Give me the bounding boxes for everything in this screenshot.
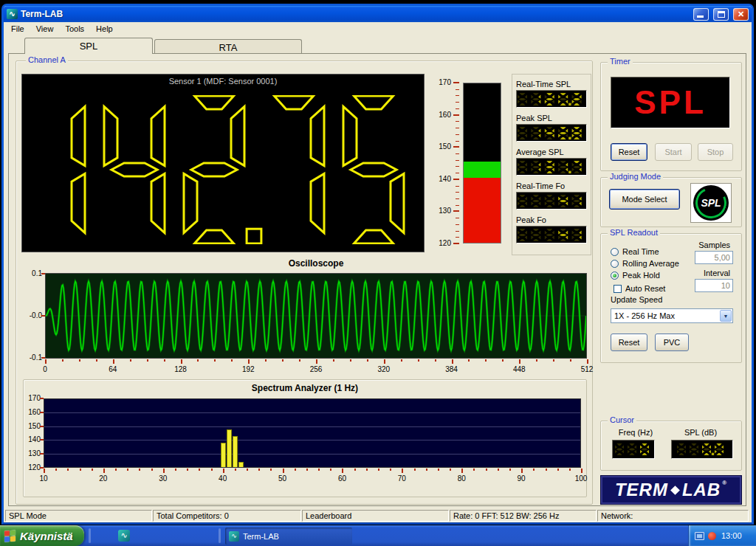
- meter-tick-minor: [456, 186, 459, 187]
- scope-x-tick: [231, 359, 233, 362]
- start-label: Käynnistä: [20, 530, 73, 542]
- spectrum-x-tick: [486, 469, 487, 471]
- spectrum-x-tick: [187, 469, 188, 471]
- spectrum-y-tick: [40, 439, 44, 440]
- status-cell-2: Leaderboard: [302, 510, 449, 522]
- menu-help[interactable]: Help: [90, 23, 119, 35]
- minimize-button[interactable]: [693, 8, 709, 21]
- sensor-header: Sensor 1 (MDF: Sensor 0001): [22, 77, 424, 86]
- scope-y-tick: [41, 273, 45, 274]
- pvc-button[interactable]: PVC: [655, 334, 689, 351]
- scope-x-tick: [96, 359, 97, 362]
- spectrum-x-tick: [342, 469, 343, 473]
- close-button[interactable]: ✕: [733, 8, 749, 21]
- timer-reset-button[interactable]: Reset: [611, 143, 647, 161]
- meter-tick-major: [453, 114, 459, 116]
- scope-x-tick: [553, 359, 554, 362]
- scope-x-tick: [282, 359, 284, 362]
- scope-x-tick: [452, 359, 453, 364]
- scope-x-tick: [130, 359, 131, 362]
- meter-tick-minor: [456, 128, 459, 128]
- scope-x-tick: [384, 359, 385, 364]
- scope-x-tick: [350, 359, 351, 362]
- spectrum-x-tick: [80, 469, 81, 471]
- restore-icon: [718, 11, 725, 18]
- scope-x-label: 384: [440, 365, 464, 373]
- scope-x-tick: [333, 359, 334, 362]
- quick-launch-termlab-icon[interactable]: ∿: [118, 530, 130, 542]
- spectrum-bar: [227, 429, 232, 468]
- update-speed-select[interactable]: 1X - 256 Hz Max ▼: [611, 308, 733, 323]
- taskbar-termlab-button[interactable]: ∿ Term-LAB: [225, 528, 352, 545]
- meter-tick-label: 120: [430, 239, 451, 247]
- spectrum-y-tick: [40, 412, 44, 413]
- readout-led-display: [516, 158, 587, 176]
- volume-icon[interactable]: [708, 532, 716, 540]
- scope-x-label: 64: [101, 365, 125, 373]
- readout-led-display: [516, 124, 587, 142]
- restore-button[interactable]: [713, 8, 729, 21]
- termlab-logo-left: TERM: [615, 480, 668, 500]
- update-speed-label: Update Speed: [611, 295, 662, 304]
- spectrum-x-label: 60: [330, 474, 354, 483]
- checkbox-auto-reset[interactable]: Auto Reset: [614, 283, 665, 294]
- spectrum-x-label: 80: [450, 474, 473, 483]
- spectrum-gridline: [44, 426, 580, 427]
- radio-peak-hold[interactable]: Peak Hold: [611, 270, 660, 280]
- spectrum-x-tick: [127, 469, 128, 471]
- spectrum-gridline: [44, 440, 580, 440]
- meter-tick-minor: [456, 134, 459, 135]
- meter-tick-minor: [456, 205, 459, 206]
- readout-label: Real-Time Fo: [516, 182, 565, 190]
- scope-x-tick: [587, 359, 588, 364]
- radio-rolling-average[interactable]: Rolling Average: [611, 258, 679, 269]
- spectrum-x-tick: [330, 469, 331, 471]
- interval-input[interactable]: [695, 279, 733, 292]
- checkbox-indicator: [614, 285, 622, 293]
- menu-view[interactable]: View: [30, 23, 60, 35]
- tab-spl[interactable]: SPL: [24, 38, 153, 54]
- radio-label: Real Time: [622, 247, 659, 256]
- spectrum-x-tick: [139, 469, 140, 471]
- samples-label: Samples: [674, 241, 730, 249]
- spectrum-x-label: 90: [509, 474, 533, 483]
- menu-tools[interactable]: Tools: [59, 23, 90, 35]
- spectrum-plot[interactable]: [44, 398, 581, 468]
- meter-tick-major: [453, 82, 459, 83]
- spectrum-x-label: 20: [92, 474, 115, 483]
- title-bar[interactable]: ∿ Term-LAB ✕: [4, 6, 752, 22]
- spectrum-x-tick: [546, 469, 547, 471]
- spectrum-x-tick: [211, 469, 213, 471]
- status-cell-1: Total Competitors: 0: [153, 510, 301, 522]
- timer-stop-button[interactable]: Stop: [698, 143, 733, 161]
- scope-x-tick: [519, 359, 520, 364]
- radio-indicator: [611, 260, 619, 268]
- scope-x-tick: [485, 359, 487, 362]
- spl-logo-circle: SPL: [693, 185, 729, 221]
- menu-file[interactable]: File: [5, 23, 30, 35]
- chevron-down-icon[interactable]: ▼: [720, 310, 732, 322]
- mode-select-button[interactable]: Mode Select: [609, 189, 680, 210]
- scope-x-tick: [418, 359, 419, 362]
- spectrum-x-tick: [55, 469, 57, 471]
- start-button[interactable]: Käynnistä: [0, 525, 84, 546]
- spectrum-x-tick: [163, 469, 165, 473]
- meter-tick-minor: [456, 141, 459, 142]
- spectrum-x-label: 40: [211, 474, 235, 483]
- taskbar-divider: [89, 528, 91, 543]
- display-icon[interactable]: [695, 532, 704, 540]
- client-area: RTA SPL Channel A Sensor 1 (MDF: Sensor …: [4, 35, 752, 509]
- meter-tick-minor: [456, 160, 459, 161]
- radio-real-time[interactable]: Real Time: [611, 246, 659, 257]
- readout-led-display: [516, 226, 587, 243]
- spectrum-x-tick: [390, 469, 391, 471]
- timer-start-button[interactable]: Start: [655, 143, 692, 161]
- samples-input[interactable]: [695, 251, 733, 264]
- tab-rta[interactable]: RTA: [154, 39, 302, 54]
- spectrum-x-tick: [533, 469, 535, 471]
- spectrum-y-label: 150: [20, 422, 41, 430]
- readout-reset-button[interactable]: Reset: [611, 334, 647, 351]
- meter-tick-label: 130: [430, 207, 451, 215]
- spectrum-x-label: 50: [271, 474, 295, 483]
- spectrum-x-tick: [175, 469, 176, 471]
